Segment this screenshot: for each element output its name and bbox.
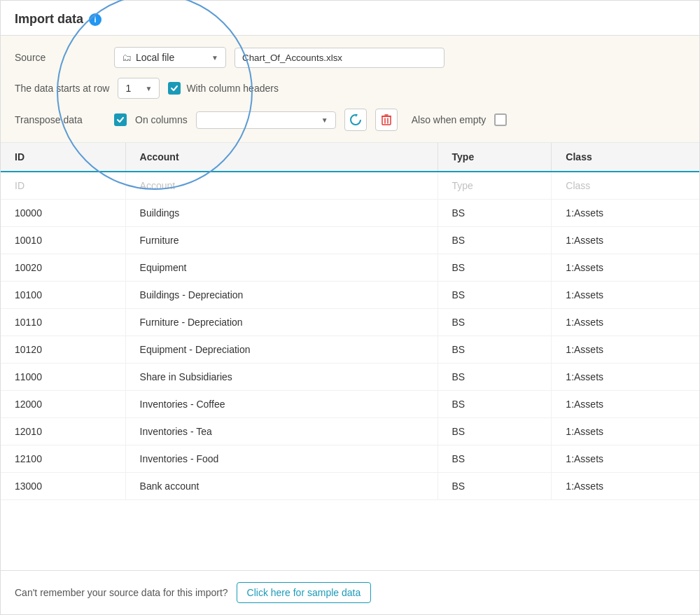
table-cell: Share in Subsidiaries	[125, 364, 438, 391]
row-start-value: 1	[125, 83, 141, 94]
page-container: Import data i Source 🗂 Local file ▼ The …	[0, 0, 700, 615]
table-row: 10020EquipmentBS1:Assets	[1, 254, 699, 282]
row-start-dropdown[interactable]: 1 ▼	[118, 78, 160, 99]
table-cell: 1:Assets	[552, 418, 699, 445]
table-cell: BS	[438, 391, 552, 418]
source-dropdown[interactable]: 🗂 Local file ▼	[114, 47, 226, 68]
table-cell: BS	[438, 254, 552, 282]
on-columns-label: On columns	[135, 114, 188, 125]
table-cell: 1:Assets	[552, 445, 699, 473]
table-cell: 1:Assets	[552, 391, 699, 418]
table-cell: BS	[438, 200, 552, 227]
table-cell: Buildings - Depreciation	[125, 282, 438, 309]
transpose-row: Transpose data On columns ▼	[15, 109, 685, 131]
table-cell: BS	[438, 418, 552, 445]
chevron-down-icon-columns: ▼	[321, 116, 328, 124]
source-value: Local file	[136, 52, 207, 63]
svg-rect-0	[382, 116, 391, 125]
table-cell: Buildings	[125, 200, 438, 227]
data-table: ID Account Type Class IDAccountTypeClass…	[1, 143, 699, 500]
table-row: 12100Inventories - FoodBS1:Assets	[1, 445, 699, 473]
refresh-button[interactable]	[344, 109, 367, 131]
source-label: Source	[15, 52, 106, 63]
table-cell: Equipment - Depreciation	[125, 336, 438, 364]
controls-area: Source 🗂 Local file ▼ The data starts at…	[1, 36, 699, 143]
table-cell: 10000	[1, 200, 125, 227]
on-columns-dropdown[interactable]: ▼	[196, 111, 336, 129]
transpose-checkbox[interactable]	[114, 113, 127, 126]
info-icon[interactable]: i	[89, 13, 102, 26]
table-row: 10100Buildings - DepreciationBS1:Assets	[1, 282, 699, 309]
table-row: 10000BuildingsBS1:Assets	[1, 200, 699, 227]
table-cell: 1:Assets	[552, 282, 699, 309]
table-cell: Equipment	[125, 254, 438, 282]
table-cell: 10020	[1, 254, 125, 282]
placeholder-cell: Account	[125, 172, 438, 200]
table-cell: 1:Assets	[552, 254, 699, 282]
file-name-input[interactable]	[234, 48, 444, 68]
table-cell: BS	[438, 445, 552, 473]
data-table-container: ID Account Type Class IDAccountTypeClass…	[1, 143, 699, 570]
table-cell: 12100	[1, 445, 125, 473]
col-header-account: Account	[125, 143, 438, 172]
row-start-label: The data starts at row	[15, 83, 109, 94]
folder-icon: 🗂	[122, 52, 132, 63]
table-cell: 10120	[1, 336, 125, 364]
col-header-id: ID	[1, 143, 125, 172]
table-row: 12000Inventories - CoffeeBS1:Assets	[1, 391, 699, 418]
sample-data-button[interactable]: Click here for sample data	[237, 582, 372, 603]
table-cell: BS	[438, 309, 552, 336]
also-empty-label: Also when empty	[412, 114, 486, 125]
table-cell: BS	[438, 336, 552, 364]
chevron-down-icon-row: ▼	[146, 85, 153, 92]
column-headers-checkbox[interactable]	[168, 82, 181, 95]
table-cell: BS	[438, 227, 552, 254]
also-empty-checkbox[interactable]	[494, 113, 507, 126]
table-row: 12010Inventories - TeaBS1:Assets	[1, 418, 699, 445]
table-cell: 1:Assets	[552, 364, 699, 391]
row-header-row: The data starts at row 1 ▼ With column h…	[15, 78, 685, 99]
table-cell: Inventories - Food	[125, 445, 438, 473]
placeholder-cell: Type	[438, 172, 552, 200]
table-cell: Inventories - Coffee	[125, 391, 438, 418]
table-row: 10120Equipment - DepreciationBS1:Assets	[1, 336, 699, 364]
footer: Can't remember your source data for this…	[1, 570, 699, 614]
table-cell: Inventories - Tea	[125, 418, 438, 445]
table-cell: 10110	[1, 309, 125, 336]
header: Import data i	[1, 1, 699, 36]
table-cell: BS	[438, 473, 552, 500]
table-cell: 11000	[1, 364, 125, 391]
table-cell: 1:Assets	[552, 336, 699, 364]
placeholder-cell: Class	[552, 172, 699, 200]
table-cell: 1:Assets	[552, 309, 699, 336]
table-cell: Furniture	[125, 227, 438, 254]
table-row: 13000Bank accountBS1:Assets	[1, 473, 699, 500]
table-cell: 12010	[1, 418, 125, 445]
table-cell: Bank account	[125, 473, 438, 500]
delete-button[interactable]	[375, 109, 398, 131]
table-row: 10010FurnitureBS1:Assets	[1, 227, 699, 254]
source-row: Source 🗂 Local file ▼	[15, 47, 685, 68]
column-headers-wrap: With column headers	[168, 82, 279, 95]
table-cell: 10100	[1, 282, 125, 309]
table-cell: 1:Assets	[552, 227, 699, 254]
table-cell: 13000	[1, 473, 125, 500]
table-row: 11000Share in SubsidiariesBS1:Assets	[1, 364, 699, 391]
table-cell: Furniture - Depreciation	[125, 309, 438, 336]
table-cell: 12000	[1, 391, 125, 418]
transpose-label: Transpose data	[15, 114, 106, 125]
table-cell: 10010	[1, 227, 125, 254]
page-title: Import data	[15, 12, 83, 27]
col-header-class: Class	[552, 143, 699, 172]
table-cell: BS	[438, 282, 552, 309]
table-cell: BS	[438, 364, 552, 391]
col-header-type: Type	[438, 143, 552, 172]
table-cell: 1:Assets	[552, 200, 699, 227]
table-placeholder-row: IDAccountTypeClass	[1, 172, 699, 200]
table-cell: 1:Assets	[552, 473, 699, 500]
chevron-down-icon: ▼	[211, 54, 218, 62]
table-header-row: ID Account Type Class	[1, 143, 699, 172]
column-headers-label: With column headers	[186, 83, 279, 94]
footer-text: Can't remember your source data for this…	[15, 587, 228, 598]
table-row: 10110Furniture - DepreciationBS1:Assets	[1, 309, 699, 336]
